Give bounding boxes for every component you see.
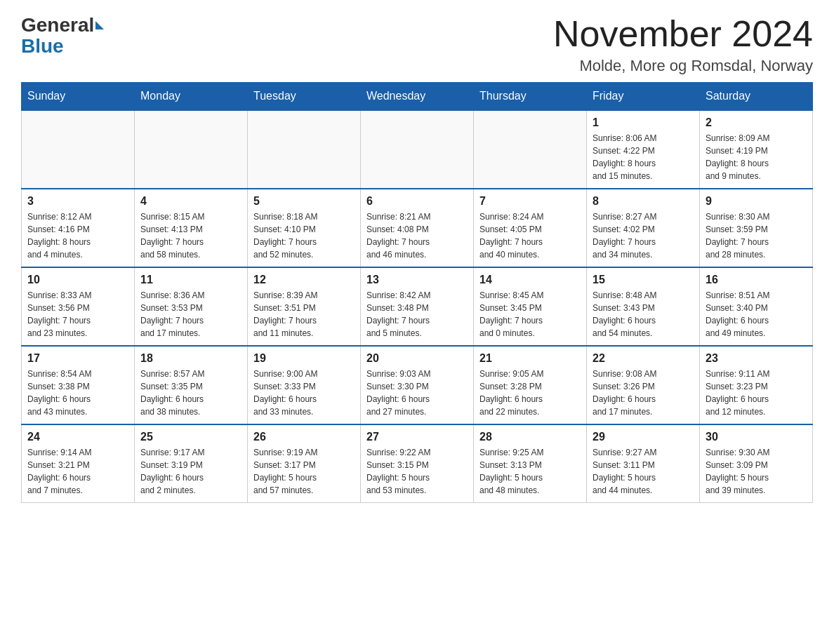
calendar-cell: 11Sunrise: 8:36 AM Sunset: 3:53 PM Dayli… (135, 267, 248, 346)
day-info: Sunrise: 8:09 AM Sunset: 4:19 PM Dayligh… (706, 132, 807, 182)
calendar-week-row: 24Sunrise: 9:14 AM Sunset: 3:21 PM Dayli… (22, 424, 813, 503)
header-monday: Monday (135, 83, 248, 111)
calendar-cell: 16Sunrise: 8:51 AM Sunset: 3:40 PM Dayli… (700, 267, 813, 346)
day-info: Sunrise: 8:12 AM Sunset: 4:16 PM Dayligh… (27, 210, 128, 261)
day-info: Sunrise: 9:17 AM Sunset: 3:19 PM Dayligh… (140, 446, 241, 497)
calendar-cell: 5Sunrise: 8:18 AM Sunset: 4:10 PM Daylig… (248, 189, 361, 267)
day-number: 8 (593, 195, 694, 208)
month-title: November 2024 (553, 14, 813, 54)
calendar-cell: 4Sunrise: 8:15 AM Sunset: 4:13 PM Daylig… (135, 189, 248, 267)
day-info: Sunrise: 9:19 AM Sunset: 3:17 PM Dayligh… (253, 446, 355, 497)
day-info: Sunrise: 9:27 AM Sunset: 3:11 PM Dayligh… (593, 446, 694, 497)
header-saturday: Saturday (700, 83, 813, 111)
calendar-cell (135, 110, 248, 189)
day-info: Sunrise: 8:39 AM Sunset: 3:51 PM Dayligh… (253, 289, 355, 340)
day-number: 25 (140, 431, 241, 443)
day-info: Sunrise: 8:27 AM Sunset: 4:02 PM Dayligh… (593, 210, 694, 261)
day-number: 13 (366, 274, 468, 286)
day-info: Sunrise: 8:33 AM Sunset: 3:56 PM Dayligh… (27, 289, 128, 340)
day-info: Sunrise: 9:08 AM Sunset: 3:26 PM Dayligh… (593, 368, 694, 418)
calendar-cell: 13Sunrise: 8:42 AM Sunset: 3:48 PM Dayli… (361, 267, 474, 346)
day-info: Sunrise: 9:25 AM Sunset: 3:13 PM Dayligh… (479, 446, 581, 497)
calendar-cell: 29Sunrise: 9:27 AM Sunset: 3:11 PM Dayli… (587, 424, 700, 503)
day-number: 19 (253, 352, 355, 365)
day-info: Sunrise: 8:36 AM Sunset: 3:53 PM Dayligh… (140, 289, 241, 340)
day-info: Sunrise: 8:48 AM Sunset: 3:43 PM Dayligh… (593, 289, 694, 340)
calendar-cell: 27Sunrise: 9:22 AM Sunset: 3:15 PM Dayli… (361, 424, 474, 503)
day-info: Sunrise: 8:51 AM Sunset: 3:40 PM Dayligh… (706, 289, 807, 340)
calendar-cell: 10Sunrise: 8:33 AM Sunset: 3:56 PM Dayli… (22, 267, 135, 346)
day-number: 2 (706, 116, 807, 129)
calendar-cell: 12Sunrise: 8:39 AM Sunset: 3:51 PM Dayli… (248, 267, 361, 346)
calendar-cell: 2Sunrise: 8:09 AM Sunset: 4:19 PM Daylig… (700, 110, 813, 189)
calendar-cell: 24Sunrise: 9:14 AM Sunset: 3:21 PM Dayli… (22, 424, 135, 503)
day-number: 5 (253, 195, 355, 208)
day-info: Sunrise: 8:54 AM Sunset: 3:38 PM Dayligh… (27, 368, 128, 418)
day-info: Sunrise: 9:00 AM Sunset: 3:33 PM Dayligh… (253, 368, 355, 418)
logo-arrow-icon (95, 21, 104, 29)
day-number: 11 (140, 274, 241, 286)
day-number: 21 (479, 352, 581, 365)
day-info: Sunrise: 9:05 AM Sunset: 3:28 PM Dayligh… (479, 368, 581, 418)
title-section: November 2024 Molde, More og Romsdal, No… (553, 14, 813, 75)
calendar-cell: 22Sunrise: 9:08 AM Sunset: 3:26 PM Dayli… (587, 346, 700, 424)
day-number: 30 (706, 431, 807, 443)
calendar-cell: 1Sunrise: 8:06 AM Sunset: 4:22 PM Daylig… (587, 110, 700, 189)
calendar-cell: 23Sunrise: 9:11 AM Sunset: 3:23 PM Dayli… (700, 346, 813, 424)
day-number: 23 (706, 352, 807, 365)
calendar-week-row: 1Sunrise: 8:06 AM Sunset: 4:22 PM Daylig… (22, 110, 813, 189)
calendar-cell: 18Sunrise: 8:57 AM Sunset: 3:35 PM Dayli… (135, 346, 248, 424)
day-info: Sunrise: 9:03 AM Sunset: 3:30 PM Dayligh… (366, 368, 468, 418)
calendar-cell: 6Sunrise: 8:21 AM Sunset: 4:08 PM Daylig… (361, 189, 474, 267)
day-number: 16 (706, 274, 807, 286)
calendar-cell: 19Sunrise: 9:00 AM Sunset: 3:33 PM Dayli… (248, 346, 361, 424)
calendar-week-row: 17Sunrise: 8:54 AM Sunset: 3:38 PM Dayli… (22, 346, 813, 424)
day-number: 14 (479, 274, 581, 286)
day-number: 20 (366, 352, 468, 365)
day-number: 7 (479, 195, 581, 208)
day-number: 22 (593, 352, 694, 365)
day-number: 17 (27, 352, 128, 365)
calendar-cell (248, 110, 361, 189)
day-number: 4 (140, 195, 241, 208)
day-number: 18 (140, 352, 241, 365)
calendar-cell: 7Sunrise: 8:24 AM Sunset: 4:05 PM Daylig… (474, 189, 587, 267)
day-number: 28 (479, 431, 581, 443)
calendar-cell: 30Sunrise: 9:30 AM Sunset: 3:09 PM Dayli… (700, 424, 813, 503)
calendar-cell: 8Sunrise: 8:27 AM Sunset: 4:02 PM Daylig… (587, 189, 700, 267)
calendar-header-row: Sunday Monday Tuesday Wednesday Thursday… (22, 83, 813, 111)
day-number: 10 (27, 274, 128, 286)
calendar-cell: 20Sunrise: 9:03 AM Sunset: 3:30 PM Dayli… (361, 346, 474, 424)
header-thursday: Thursday (474, 83, 587, 111)
day-info: Sunrise: 8:24 AM Sunset: 4:05 PM Dayligh… (479, 210, 581, 261)
calendar-cell: 9Sunrise: 8:30 AM Sunset: 3:59 PM Daylig… (700, 189, 813, 267)
day-info: Sunrise: 8:15 AM Sunset: 4:13 PM Dayligh… (140, 210, 241, 261)
calendar-cell (22, 110, 135, 189)
calendar-week-row: 3Sunrise: 8:12 AM Sunset: 4:16 PM Daylig… (22, 189, 813, 267)
day-number: 6 (366, 195, 468, 208)
day-info: Sunrise: 8:21 AM Sunset: 4:08 PM Dayligh… (366, 210, 468, 261)
day-number: 3 (27, 195, 128, 208)
logo-general-text: General (21, 14, 94, 36)
location-title: Molde, More og Romsdal, Norway (553, 57, 813, 75)
logo-blue-text: Blue (21, 35, 64, 58)
day-number: 15 (593, 274, 694, 286)
day-number: 24 (27, 431, 128, 443)
calendar-cell: 21Sunrise: 9:05 AM Sunset: 3:28 PM Dayli… (474, 346, 587, 424)
day-info: Sunrise: 9:11 AM Sunset: 3:23 PM Dayligh… (706, 368, 807, 418)
calendar-cell: 25Sunrise: 9:17 AM Sunset: 3:19 PM Dayli… (135, 424, 248, 503)
calendar-cell: 3Sunrise: 8:12 AM Sunset: 4:16 PM Daylig… (22, 189, 135, 267)
header-friday: Friday (587, 83, 700, 111)
calendar-cell: 15Sunrise: 8:48 AM Sunset: 3:43 PM Dayli… (587, 267, 700, 346)
day-info: Sunrise: 9:30 AM Sunset: 3:09 PM Dayligh… (706, 446, 807, 497)
calendar-cell: 14Sunrise: 8:45 AM Sunset: 3:45 PM Dayli… (474, 267, 587, 346)
header-sunday: Sunday (22, 83, 135, 111)
day-number: 9 (706, 195, 807, 208)
day-number: 29 (593, 431, 694, 443)
calendar-cell: 28Sunrise: 9:25 AM Sunset: 3:13 PM Dayli… (474, 424, 587, 503)
calendar-cell: 17Sunrise: 8:54 AM Sunset: 3:38 PM Dayli… (22, 346, 135, 424)
day-number: 12 (253, 274, 355, 286)
calendar-table: Sunday Monday Tuesday Wednesday Thursday… (21, 82, 813, 503)
header-wednesday: Wednesday (361, 83, 474, 111)
day-number: 27 (366, 431, 468, 443)
